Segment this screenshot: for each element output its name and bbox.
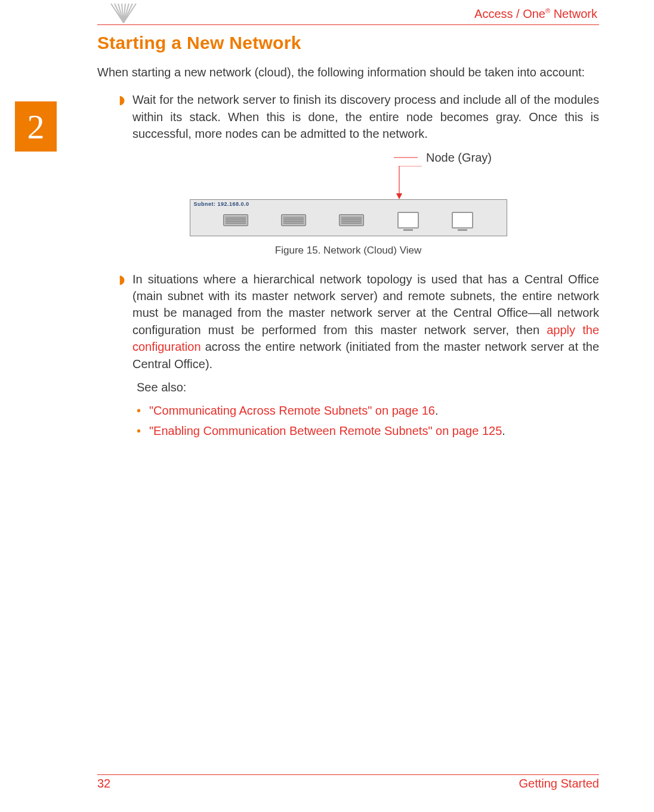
header-brand: Access / One® Network: [474, 7, 597, 21]
node-device-icon: [281, 214, 306, 226]
figure-wrap: Node (Gray) Subnet: 192.168.0.0: [97, 151, 599, 257]
chapter-number: 2: [27, 107, 45, 147]
bullet-marker-icon: ◗: [119, 271, 125, 372]
sub-item-2: • "Enabling Communication Between Remote…: [137, 421, 599, 441]
callout-label: Node (Gray): [426, 151, 492, 165]
callout-arrow-wrap: [97, 166, 599, 199]
bullet-marker-icon: ◗: [119, 91, 125, 142]
callout-row: Node (Gray): [97, 151, 599, 165]
svg-marker-2: [396, 193, 402, 199]
page-number: 32: [97, 777, 110, 791]
sub-bullet-icon: •: [137, 400, 141, 421]
sub-item-1: • "Communicating Across Remote Subnets" …: [137, 400, 599, 421]
dot1: .: [435, 404, 439, 417]
sub-bullet-icon: •: [137, 421, 141, 441]
section-title: Starting a New Network: [97, 33, 599, 53]
callout-horizontal-line: [394, 156, 418, 159]
b2-post: across the entire network (initiated fro…: [132, 340, 599, 370]
sub-text-2: "Enabling Communication Between Remote S…: [149, 421, 505, 441]
link-enable-comm-subnets[interactable]: "Enabling Communication Between Remote S…: [149, 424, 502, 437]
figure-caption: Figure 15. Network (Cloud) View: [97, 245, 599, 257]
node-device-icon: [339, 214, 364, 226]
brand-reg: ®: [545, 7, 550, 14]
intro-paragraph: When starting a new network (cloud), the…: [97, 64, 599, 81]
content-area: Starting a New Network When starting a n…: [97, 33, 599, 441]
diagram-icons: [190, 212, 507, 229]
node-monitor-icon: [452, 212, 473, 229]
subnet-label: Subnet: 192.168.0.0: [194, 201, 249, 207]
sub-bullet-list: • "Communicating Across Remote Subnets" …: [137, 400, 599, 441]
b2-pre: In situations where a hierarchical netwo…: [132, 273, 599, 336]
sub-text-1: "Communicating Across Remote Subnets" on…: [149, 400, 438, 421]
chapter-tab: 2: [15, 101, 57, 152]
bullet-text-1: Wait for the network server to finish it…: [132, 91, 599, 142]
footer-section-name: Getting Started: [519, 777, 599, 791]
logo-icon: [107, 2, 140, 26]
bullet-item-1: ◗ Wait for the network server to finish …: [119, 91, 599, 142]
node-device-icon: [223, 214, 248, 226]
dot2: .: [502, 424, 505, 437]
bullet-item-2: ◗ In situations where a hierarchical net…: [119, 271, 599, 372]
node-monitor-icon: [397, 212, 419, 229]
bullet-text-2: In situations where a hierarchical netwo…: [132, 271, 599, 372]
brand-prefix: Access / One: [474, 7, 545, 20]
callout-arrow-icon: [190, 166, 507, 199]
footer-rule: [97, 774, 599, 775]
page: Access / One® Network 2 Starting a New N…: [0, 0, 654, 812]
see-also-label: See also:: [137, 381, 599, 394]
header-rule: [97, 24, 599, 25]
network-diagram: Subnet: 192.168.0.0: [190, 199, 507, 236]
brand-suffix: Network: [550, 7, 597, 20]
link-comm-remote-subnets[interactable]: "Communicating Across Remote Subnets" on…: [149, 404, 435, 417]
